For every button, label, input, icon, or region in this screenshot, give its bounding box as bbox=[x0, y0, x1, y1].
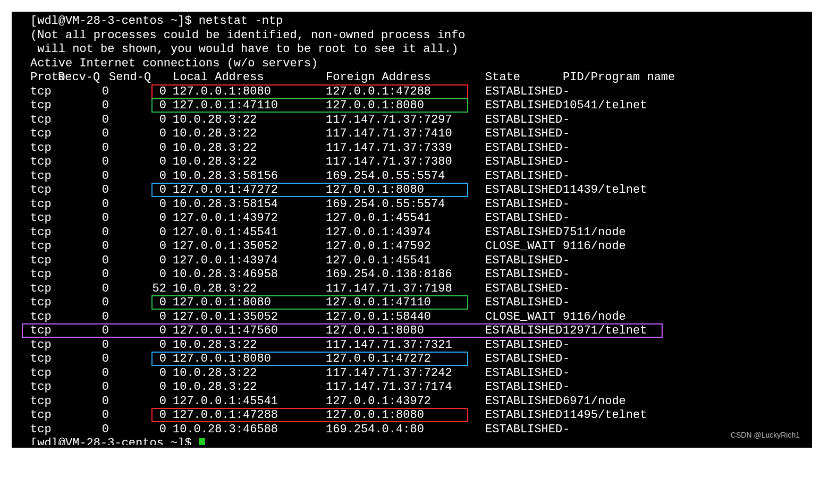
cell-foreign: 117.147.71.37:7339 bbox=[326, 141, 485, 156]
terminal-line: will not be shown, you would have to be … bbox=[30, 42, 810, 57]
hdr-pid: PID/Program name bbox=[563, 71, 675, 85]
cell-recvq: 0 bbox=[56, 85, 109, 99]
table-row: tcp00127.0.0.1:47272127.0.0.1:8080ESTABL… bbox=[30, 183, 810, 198]
table-row: tcp0010.0.28.3:22117.147.71.37:7242ESTAB… bbox=[30, 366, 810, 381]
cell-foreign: 127.0.0.1:58440 bbox=[326, 310, 485, 324]
cell-recvq: 0 bbox=[56, 282, 109, 296]
cell-local: 10.0.28.3:22 bbox=[166, 338, 326, 353]
cell-pid: 9116/node bbox=[563, 240, 626, 254]
cursor-icon bbox=[199, 438, 205, 445]
cell-pid: - bbox=[563, 198, 570, 212]
cell-pid: - bbox=[563, 85, 570, 99]
cell-state: ESTABLISHED bbox=[485, 268, 563, 282]
cell-state: ESTABLISHED bbox=[485, 211, 563, 226]
hdr-foreign: Foreign Address bbox=[326, 71, 485, 85]
cell-local: 10.0.28.3:22 bbox=[166, 155, 326, 169]
cell-pid: - bbox=[563, 211, 570, 226]
info-text: (Not all processes could be identified, … bbox=[30, 29, 466, 42]
cell-foreign: 127.0.0.1:47272 bbox=[326, 352, 485, 366]
cell-recvq: 0 bbox=[56, 198, 109, 212]
cell-pid: - bbox=[563, 169, 570, 184]
cell-recvq: 0 bbox=[56, 155, 109, 169]
cell-pid: - bbox=[563, 155, 570, 169]
cell-recvq: 0 bbox=[56, 127, 109, 141]
cell-recvq: 0 bbox=[56, 240, 109, 254]
cell-foreign: 169.254.0.55:5574 bbox=[326, 198, 485, 212]
cell-foreign: 127.0.0.1:8080 bbox=[326, 183, 485, 198]
cell-recvq: 0 bbox=[56, 352, 109, 366]
table-row: tcp0010.0.28.3:46958169.254.0.138:8186ES… bbox=[30, 268, 810, 282]
table-row: tcp0010.0.28.3:22117.147.71.37:7321ESTAB… bbox=[30, 338, 810, 353]
table-row: tcp00127.0.0.1:45541127.0.0.1:43972ESTAB… bbox=[30, 395, 810, 409]
table-row: tcp00127.0.0.1:45541127.0.0.1:43974ESTAB… bbox=[30, 226, 810, 240]
cell-sendq: 0 bbox=[109, 155, 166, 169]
table-row: tcp00127.0.0.1:35052127.0.0.1:47592CLOSE… bbox=[30, 240, 810, 254]
cell-local: 127.0.0.1:47288 bbox=[166, 408, 326, 423]
cell-state: ESTABLISHED bbox=[485, 254, 563, 268]
cell-state: ESTABLISHED bbox=[485, 99, 563, 113]
cell-state: ESTABLISHED bbox=[485, 324, 563, 338]
cell-local: 127.0.0.1:35052 bbox=[166, 310, 326, 324]
cell-recvq: 0 bbox=[56, 324, 109, 338]
cell-foreign: 127.0.0.1:8080 bbox=[326, 408, 485, 423]
terminal-line: [wdl@VM-28-3-centos ~]$ bbox=[30, 437, 810, 445]
cell-pid: 11439/telnet bbox=[563, 183, 647, 198]
terminal-line: (Not all processes could be identified, … bbox=[30, 29, 810, 43]
prompt: [wdl@VM-28-3-centos ~]$ bbox=[30, 14, 199, 28]
terminal-line: ProtoRecv-QSend-QLocal AddressForeign Ad… bbox=[30, 71, 810, 85]
cell-state: ESTABLISHED bbox=[485, 352, 563, 366]
cell-pid: 9116/node bbox=[563, 310, 626, 324]
cell-state: ESTABLISHED bbox=[485, 282, 563, 296]
cell-sendq: 0 bbox=[109, 254, 166, 268]
cell-foreign: 127.0.0.1:47592 bbox=[326, 240, 485, 254]
cell-local: 10.0.28.3:46588 bbox=[166, 423, 326, 437]
cell-pid: - bbox=[563, 282, 570, 296]
cell-sendq: 0 bbox=[109, 198, 166, 212]
cell-proto: tcp bbox=[30, 113, 56, 127]
cell-proto: tcp bbox=[30, 352, 56, 366]
cell-recvq: 0 bbox=[56, 113, 109, 127]
cell-proto: tcp bbox=[30, 282, 56, 296]
cell-sendq: 0 bbox=[109, 141, 166, 156]
cell-foreign: 127.0.0.1:47288 bbox=[326, 85, 485, 99]
cell-state: ESTABLISHED bbox=[485, 380, 563, 395]
cell-pid: - bbox=[563, 127, 570, 141]
cell-foreign: 117.147.71.37:7321 bbox=[326, 338, 485, 353]
cell-proto: tcp bbox=[30, 198, 56, 212]
cell-foreign: 117.147.71.37:7242 bbox=[326, 366, 485, 381]
cell-local: 127.0.0.1:8080 bbox=[166, 296, 326, 310]
table-row: tcp00127.0.0.1:8080127.0.0.1:47272ESTABL… bbox=[30, 352, 810, 366]
cell-pid: 11495/telnet bbox=[563, 408, 647, 423]
cell-local: 127.0.0.1:43974 bbox=[166, 254, 326, 268]
cell-local: 127.0.0.1:43972 bbox=[166, 211, 326, 226]
cell-foreign: 127.0.0.1:47110 bbox=[326, 296, 485, 310]
cell-sendq: 0 bbox=[109, 395, 166, 409]
cell-local: 10.0.28.3:22 bbox=[166, 141, 326, 156]
cell-recvq: 0 bbox=[56, 408, 109, 423]
cell-state: ESTABLISHED bbox=[485, 226, 563, 240]
cell-recvq: 0 bbox=[56, 380, 109, 395]
cell-sendq: 0 bbox=[109, 338, 166, 353]
cell-proto: tcp bbox=[30, 310, 56, 324]
cell-foreign: 169.254.0.138:8186 bbox=[326, 268, 485, 282]
info-text: will not be shown, you would have to be … bbox=[30, 42, 458, 56]
cell-pid: - bbox=[563, 366, 570, 381]
hdr-local: Local Address bbox=[166, 71, 326, 85]
table-row: tcp00127.0.0.1:47560127.0.0.1:8080ESTABL… bbox=[30, 324, 810, 338]
cell-sendq: 0 bbox=[109, 99, 166, 113]
cell-pid: - bbox=[563, 338, 570, 353]
cell-proto: tcp bbox=[30, 366, 56, 381]
cell-sendq: 0 bbox=[109, 268, 166, 282]
table-row: tcp00127.0.0.1:43972127.0.0.1:45541ESTAB… bbox=[30, 211, 810, 226]
hdr-state: State bbox=[485, 71, 563, 85]
cell-sendq: 0 bbox=[109, 352, 166, 366]
cell-foreign: 117.147.71.37:7174 bbox=[326, 380, 485, 395]
cell-proto: tcp bbox=[30, 226, 56, 240]
cell-state: ESTABLISHED bbox=[485, 169, 563, 184]
cell-local: 10.0.28.3:22 bbox=[166, 282, 326, 296]
cell-proto: tcp bbox=[30, 395, 56, 409]
table-row: tcp0010.0.28.3:58156169.254.0.55:5574EST… bbox=[30, 169, 810, 184]
cell-foreign: 127.0.0.1:43972 bbox=[326, 395, 485, 409]
terminal-window[interactable]: [wdl@VM-28-3-centos ~]$ netstat -ntp(Not… bbox=[12, 12, 812, 448]
cell-sendq: 0 bbox=[109, 296, 166, 310]
